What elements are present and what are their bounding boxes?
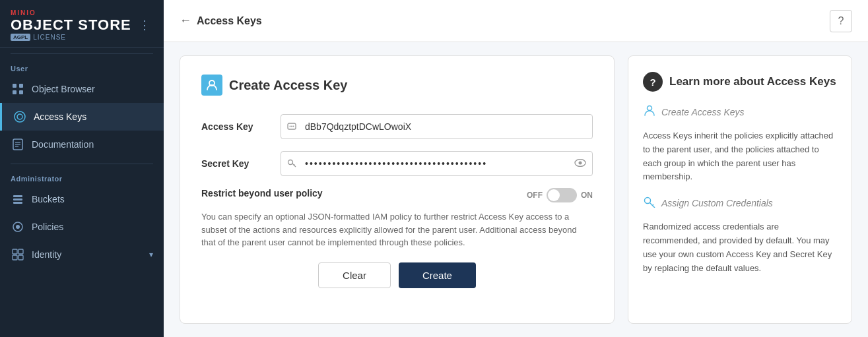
content-area: Create Access Key Access Key Secret Key: [164, 42, 868, 337]
info-icon: ?: [643, 72, 663, 92]
main-content: ← Access Keys ? Create Access Key Access…: [164, 0, 868, 337]
assign-credentials-icon: [643, 195, 656, 211]
access-key-label: Access Key: [201, 121, 281, 132]
secret-key-row: Secret Key: [201, 151, 593, 176]
svg-rect-18: [18, 255, 23, 260]
svg-point-14: [16, 225, 20, 229]
info-body-2: Randomized access credentials are recomm…: [643, 220, 837, 275]
svg-rect-11: [13, 199, 22, 200]
section-label-user: User: [0, 59, 164, 75]
restrict-description: You can specify an optional JSON-formatt…: [201, 210, 593, 249]
buckets-icon: [11, 192, 25, 206]
svg-rect-12: [13, 202, 22, 204]
svg-point-4: [15, 111, 25, 122]
sidebar-divider-mid: [11, 164, 153, 164]
sidebar: MINIO OBJECT STORE AGPL LICENSE ⋮ User O…: [0, 0, 164, 337]
sidebar-item-identity[interactable]: Identity ▾: [0, 241, 164, 268]
logo-subtitle: AGPL LICENSE: [11, 34, 131, 41]
create-button[interactable]: Create: [399, 262, 476, 288]
svg-rect-17: [13, 255, 17, 260]
sidebar-item-access-keys[interactable]: Access Keys: [0, 103, 164, 131]
back-arrow-icon[interactable]: ←: [180, 14, 191, 28]
breadcrumb: ← Access Keys: [180, 14, 262, 28]
form-actions: Clear Create: [201, 262, 593, 288]
sidebar-header: MINIO OBJECT STORE AGPL LICENSE ⋮: [0, 0, 164, 48]
clear-button[interactable]: Clear: [318, 262, 391, 288]
policies-icon: [11, 220, 25, 234]
access-key-row: Access Key: [201, 114, 593, 139]
access-key-input-wrap: [281, 114, 593, 139]
section-label-administrator: Administrator: [0, 169, 164, 185]
logo: MINIO OBJECT STORE AGPL LICENSE: [11, 9, 131, 41]
create-keys-icon: [643, 104, 656, 120]
svg-point-5: [17, 114, 22, 119]
help-button[interactable]: ?: [830, 10, 852, 32]
secret-key-label: Secret Key: [201, 158, 281, 169]
toggle-off-label: OFF: [527, 191, 543, 200]
svg-rect-1: [19, 84, 23, 88]
logo-main: OBJECT STORE: [11, 18, 131, 32]
toggle-on-label: ON: [581, 191, 593, 200]
svg-rect-16: [18, 249, 23, 254]
logo-mini: MINIO: [11, 9, 131, 16]
sidebar-item-label: Policies: [32, 222, 153, 232]
sidebar-item-label: Documentation: [32, 139, 153, 150]
toggle-area: OFF ON: [527, 188, 593, 202]
form-title: Create Access Key: [201, 75, 593, 96]
svg-rect-15: [13, 249, 17, 254]
topbar: ← Access Keys ?: [164, 0, 868, 42]
license-badge: AGPL: [11, 34, 30, 41]
restrict-row: Restrict beyond user policy OFF ON: [201, 188, 593, 202]
svg-point-28: [579, 162, 582, 165]
form-title-icon: [201, 75, 222, 96]
doc-icon: [11, 137, 25, 152]
identity-icon: [11, 247, 25, 262]
svg-point-29: [648, 106, 652, 111]
access-key-input[interactable]: [281, 114, 593, 139]
sidebar-item-label: Access Keys: [34, 111, 153, 122]
license-text: LICENSE: [33, 34, 66, 41]
sidebar-item-policies[interactable]: Policies: [0, 213, 164, 241]
info-section-create: Create Access Keys: [643, 104, 837, 120]
svg-rect-0: [13, 84, 17, 88]
sidebar-item-label: Buckets: [32, 194, 153, 204]
sidebar-item-object-browser[interactable]: Object Browser: [0, 75, 164, 103]
info-section-credentials: Assign Custom Credentials: [643, 195, 837, 211]
info-title: ? Learn more about Access Keys: [643, 72, 837, 92]
key-circle-icon: [13, 109, 27, 124]
secret-key-input-wrap: [281, 151, 593, 176]
toggle-visibility-icon[interactable]: [574, 158, 586, 169]
info-card: ? Learn more about Access Keys Create Ac…: [628, 55, 852, 324]
sidebar-item-documentation[interactable]: Documentation: [0, 131, 164, 158]
sidebar-item-buckets[interactable]: Buckets: [0, 185, 164, 213]
restrict-toggle[interactable]: [547, 188, 577, 202]
svg-rect-10: [13, 195, 22, 197]
secret-key-input[interactable]: [281, 151, 593, 176]
collapse-button[interactable]: ⋮: [136, 15, 153, 35]
restrict-label: Restrict beyond user policy: [201, 188, 323, 199]
page-title: Access Keys: [197, 15, 262, 27]
info-body-1: Access Keys inherit the policies explici…: [643, 129, 837, 184]
sidebar-item-label: Identity: [32, 249, 149, 260]
create-access-key-form: Create Access Key Access Key Secret Key: [180, 55, 615, 324]
toggle-knob: [548, 189, 560, 201]
svg-rect-3: [19, 90, 23, 94]
svg-rect-2: [13, 90, 17, 94]
svg-point-30: [645, 198, 651, 204]
chevron-down-icon: ▾: [149, 250, 153, 259]
grid-icon: [11, 82, 25, 96]
sidebar-item-label: Object Browser: [32, 84, 153, 94]
sidebar-divider-top: [11, 53, 153, 54]
